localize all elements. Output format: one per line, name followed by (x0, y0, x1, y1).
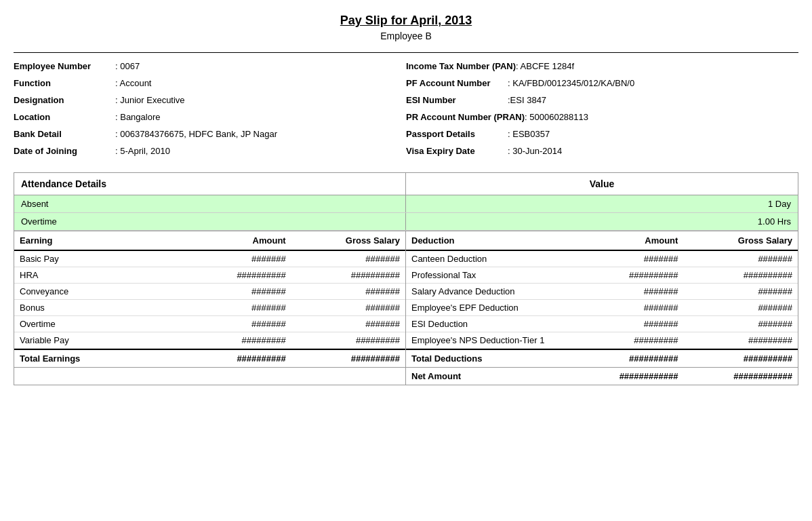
info-value: : 0063784376675, HDFC Bank, JP Nagar (115, 129, 406, 139)
info-label: PF Account Number (406, 78, 508, 88)
earning-gross: ####### (286, 319, 400, 329)
info-row: Function: Account (14, 77, 406, 90)
earnings-data-row: HRA#################### (14, 267, 405, 284)
earning-name: Basic Pay (20, 254, 171, 264)
info-label: Location (14, 112, 115, 122)
earning-amount: ########## (171, 270, 285, 280)
deduction-gross: ####### (678, 319, 792, 329)
attendance-row: Overtime1.00 Hrs (14, 213, 798, 231)
info-value: : ESB0357 (508, 129, 798, 139)
info-value: : 5-April, 2010 (115, 146, 406, 156)
earning-name: Bonus (20, 303, 171, 313)
total-deductions-label: Total Deductions (411, 353, 564, 364)
total-earnings-label: Total Earnings (20, 353, 171, 364)
attendance-row: Absent1 Day (14, 195, 798, 213)
info-row: ESI Number:ESI 3847 (406, 94, 798, 107)
info-label: Passport Details (406, 129, 508, 139)
deduction-gross: ####### (678, 254, 792, 264)
attendance-row-value: 1 Day (406, 195, 798, 212)
deduction-gross: ########## (678, 270, 792, 280)
net-amount-gross: ############ (678, 371, 792, 381)
deduction-amount: ####### (564, 303, 678, 313)
deduction-data-row: ESI Deduction############## (406, 316, 798, 332)
deduction-name: Employee's NPS Deduction-Tier 1 (411, 335, 564, 345)
info-label: Date of Joining (14, 146, 115, 156)
deductions-col1-header: Deduction (411, 235, 564, 246)
earning-amount: ####### (171, 303, 285, 313)
employee-info-left: Employee Number: 0067Function: AccountDe… (14, 60, 406, 161)
info-row: Employee Number: 0067 (14, 60, 406, 73)
attendance-header-label: Attendance Details (14, 173, 406, 195)
info-label: Income Tax Number (PAN) (406, 61, 516, 71)
info-label: Employee Number (14, 61, 115, 71)
info-value: :ESI 3847 (508, 95, 798, 105)
total-earnings-row: Total Earnings ########## ########## (14, 349, 405, 368)
info-value: : Bangalore (115, 112, 406, 122)
deduction-amount: ####### (564, 319, 678, 329)
deduction-name: Professional Tax (411, 270, 564, 280)
info-value: : KA/FBD/0012345/012/KA/BN/0 (508, 78, 798, 88)
deductions-section: Deduction Amount Gross Salary Canteen De… (406, 231, 798, 385)
earning-name: HRA (20, 270, 171, 280)
earning-amount: ####### (171, 286, 285, 296)
earnings-data-row: Bonus############## (14, 300, 405, 316)
info-row: Designation: Junior Executive (14, 94, 406, 107)
deduction-amount: ######### (564, 335, 678, 345)
attendance-row-label: Absent (14, 195, 406, 212)
earning-gross: ######### (286, 335, 400, 345)
info-label: Designation (14, 95, 115, 105)
earnings-data-row: Basic Pay############## (14, 251, 405, 267)
info-label: Bank Detail (14, 129, 115, 139)
total-earnings-gross: ########## (286, 353, 400, 364)
deduction-gross: ####### (678, 303, 792, 313)
deduction-name: Employee's EPF Deduction (411, 303, 564, 313)
net-amount-row: Net Amount ############ ############ (406, 368, 798, 385)
main-table: Earning Amount Gross Salary Basic Pay###… (14, 231, 798, 385)
info-label: ESI Number (406, 95, 508, 105)
deduction-name: ESI Deduction (411, 319, 564, 329)
deduction-data-row: Salary Advance Deduction############## (406, 284, 798, 300)
earning-gross: ####### (286, 286, 400, 296)
employee-info: Employee Number: 0067Function: AccountDe… (14, 52, 798, 161)
earnings-data-row: Conveyance############## (14, 284, 405, 300)
attendance-row-value: 1.00 Hrs (406, 213, 798, 230)
info-row: PR Account Number (PRAN): 500060288113 (406, 111, 798, 123)
total-earnings-amount: ########## (171, 353, 285, 364)
earning-name: Conveyance (20, 286, 171, 296)
deduction-name: Salary Advance Deduction (411, 286, 564, 296)
info-value: : ABCFE 1284f (516, 61, 798, 71)
deduction-amount: ####### (564, 286, 678, 296)
deductions-header: Deduction Amount Gross Salary (406, 231, 798, 251)
earning-name: Overtime (20, 319, 171, 329)
info-label: Function (14, 78, 115, 88)
deduction-name: Canteen Deduction (411, 254, 564, 264)
info-row: PF Account Number: KA/FBD/0012345/012/KA… (406, 77, 798, 90)
earnings-col3-header: Gross Salary (286, 235, 400, 246)
page-title: Pay Slip for April, 2013 (14, 14, 798, 28)
info-value: : 500060288113 (525, 112, 798, 122)
info-value: : Junior Executive (115, 95, 406, 105)
info-label: Visa Expiry Date (406, 146, 508, 156)
earning-gross: ####### (286, 254, 400, 264)
deduction-amount: ########## (564, 270, 678, 280)
earnings-col1-header: Earning (20, 235, 171, 246)
attendance-header-value: Value (406, 173, 798, 195)
deductions-col2-header: Amount (564, 235, 678, 246)
deduction-data-row: Employee's NPS Deduction-Tier 1#########… (406, 332, 798, 349)
info-row: Location: Bangalore (14, 111, 406, 123)
earning-amount: ######### (171, 335, 285, 345)
total-deductions-gross: ########## (678, 353, 792, 364)
attendance-row-label: Overtime (14, 213, 406, 230)
employee-name: Employee B (14, 31, 798, 41)
earnings-header: Earning Amount Gross Salary (14, 231, 405, 251)
net-amount-label: Net Amount (411, 371, 564, 381)
info-label: PR Account Number (PRAN) (406, 112, 525, 122)
earning-name: Variable Pay (20, 335, 171, 345)
info-value: : 30-Jun-2014 (508, 146, 798, 156)
deductions-col3-header: Gross Salary (678, 235, 792, 246)
earning-gross: ####### (286, 303, 400, 313)
info-value: : Account (115, 78, 406, 88)
earning-amount: ####### (171, 319, 285, 329)
deduction-data-row: Employee's EPF Deduction############## (406, 300, 798, 316)
deduction-gross: ######### (678, 335, 792, 345)
